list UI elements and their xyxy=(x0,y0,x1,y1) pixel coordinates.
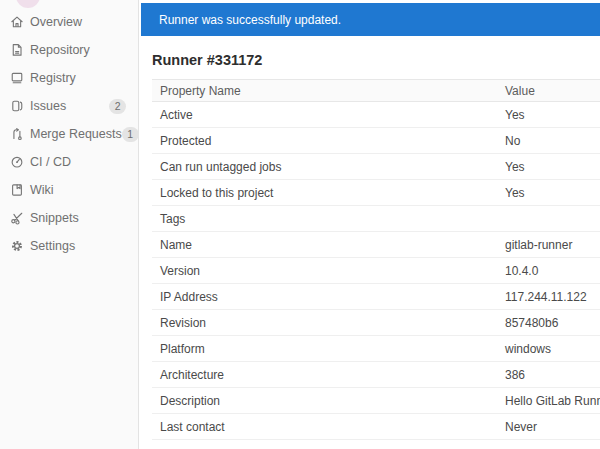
project-sidebar: OverviewRepositoryRegistryIssues2Merge R… xyxy=(0,0,139,449)
table-row: IP Address117.244.11.122 xyxy=(152,284,600,310)
table-row: Architecture386 xyxy=(152,362,600,388)
sidebar-item-issues[interactable]: Issues2 xyxy=(0,92,138,120)
property-name-cell: IP Address xyxy=(152,284,497,310)
table-row: Last contactNever xyxy=(152,414,600,440)
sidebar-item-repository[interactable]: Repository xyxy=(0,36,138,64)
sidebar-item-snippets[interactable]: Snippets xyxy=(0,204,138,232)
scissors-icon xyxy=(10,211,24,225)
sidebar-item-label: CI / CD xyxy=(30,155,126,169)
property-name-cell: Revision xyxy=(152,310,497,336)
merge-request-icon xyxy=(10,127,24,141)
property-name-cell: Can run untagged jobs xyxy=(152,154,497,180)
column-header-property: Property Name xyxy=(152,80,497,102)
property-value-cell: gitlab-runner xyxy=(497,232,600,258)
sidebar-nav: OverviewRepositoryRegistryIssues2Merge R… xyxy=(0,8,138,260)
sidebar-item-label: Repository xyxy=(30,43,126,57)
property-value-cell xyxy=(497,206,600,232)
property-name-cell: Locked to this project xyxy=(152,180,497,206)
sidebar-item-ci-cd[interactable]: CI / CD xyxy=(0,148,138,176)
table-row: Revision857480b6 xyxy=(152,310,600,336)
property-value-cell: Hello GitLab Runner xyxy=(497,388,600,414)
runner-details-page: Runner #331172 Property Name Value Activ… xyxy=(140,52,600,440)
sidebar-item-merge-requests[interactable]: Merge Requests1 xyxy=(0,120,138,148)
sidebar-item-wiki[interactable]: Wiki xyxy=(0,176,138,204)
book-icon xyxy=(10,183,24,197)
table-row: Namegitlab-runner xyxy=(152,232,600,258)
gear-icon xyxy=(10,239,24,253)
sidebar-item-label: Issues xyxy=(30,99,109,113)
table-row: Locked to this projectYes xyxy=(152,180,600,206)
table-row: Version10.4.0 xyxy=(152,258,600,284)
property-value-cell: Never xyxy=(497,414,600,440)
issues-icon xyxy=(10,99,24,113)
property-name-cell: Name xyxy=(152,232,497,258)
table-header-row: Property Name Value xyxy=(152,80,600,102)
table-row: ActiveYes xyxy=(152,102,600,128)
property-name-cell: Active xyxy=(152,102,497,128)
page-title: Runner #331172 xyxy=(152,52,600,68)
property-name-cell: Platform xyxy=(152,336,497,362)
home-icon xyxy=(10,15,24,29)
sidebar-item-settings[interactable]: Settings xyxy=(0,232,138,260)
flash-message: Runner was successfully updated. xyxy=(159,13,341,27)
property-value-cell: Yes xyxy=(497,180,600,206)
runner-table-body: ActiveYesProtectedNoCan run untagged job… xyxy=(152,102,600,440)
property-value-cell: 117.244.11.122 xyxy=(497,284,600,310)
table-row: DescriptionHello GitLab Runner xyxy=(152,388,600,414)
column-header-value: Value xyxy=(497,80,600,102)
property-value-cell: Yes xyxy=(497,154,600,180)
table-row: ProtectedNo xyxy=(152,128,600,154)
table-row: Can run untagged jobsYes xyxy=(152,154,600,180)
file-icon xyxy=(10,43,24,57)
sidebar-item-label: Merge Requests xyxy=(30,127,122,141)
property-name-cell: Version xyxy=(152,258,497,284)
flash-banner: Runner was successfully updated. xyxy=(141,3,600,36)
pipeline-icon xyxy=(10,155,24,169)
sidebar-item-overview[interactable]: Overview xyxy=(0,8,138,36)
count-badge: 1 xyxy=(122,127,139,142)
table-row: Tags xyxy=(152,206,600,232)
sidebar-item-label: Wiki xyxy=(30,183,126,197)
count-badge: 2 xyxy=(109,99,126,114)
sidebar-item-label: Snippets xyxy=(30,211,126,225)
sidebar-item-label: Registry xyxy=(30,71,126,85)
sidebar-item-label: Overview xyxy=(30,15,126,29)
property-value-cell: 10.4.0 xyxy=(497,258,600,284)
property-value-cell: Yes xyxy=(497,102,600,128)
runner-properties-table: Property Name Value ActiveYesProtectedNo… xyxy=(152,79,600,440)
property-name-cell: Protected xyxy=(152,128,497,154)
property-name-cell: Last contact xyxy=(152,414,497,440)
project-avatar[interactable] xyxy=(16,0,40,8)
property-value-cell: 386 xyxy=(497,362,600,388)
sidebar-item-registry[interactable]: Registry xyxy=(0,64,138,92)
property-name-cell: Architecture xyxy=(152,362,497,388)
table-row: Platformwindows xyxy=(152,336,600,362)
container-registry-icon xyxy=(10,71,24,85)
property-value-cell: No xyxy=(497,128,600,154)
main-content: Runner was successfully updated. Runner … xyxy=(140,0,600,449)
property-name-cell: Tags xyxy=(152,206,497,232)
sidebar-item-label: Settings xyxy=(30,239,126,253)
property-name-cell: Description xyxy=(152,388,497,414)
property-value-cell: 857480b6 xyxy=(497,310,600,336)
property-value-cell: windows xyxy=(497,336,600,362)
